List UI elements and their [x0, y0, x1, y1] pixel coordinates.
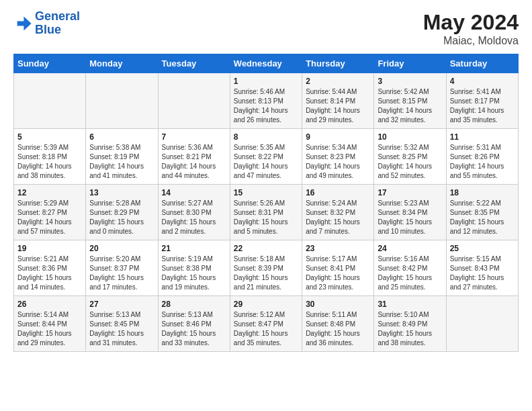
day-number: 4 [450, 77, 515, 86]
calendar-cell [446, 296, 518, 352]
cell-content: Sunrise: 5:32 AM Sunset: 8:25 PM Dayligh… [378, 143, 442, 181]
cell-content: Sunrise: 5:16 AM Sunset: 8:42 PM Dayligh… [378, 255, 442, 292]
header-tuesday: Tuesday [158, 54, 230, 73]
day-number: 24 [378, 244, 442, 253]
calendar-header: SundayMondayTuesdayWednesdayThursdayFrid… [14, 54, 519, 73]
day-number: 13 [89, 188, 154, 197]
calendar-cell: 28Sunrise: 5:13 AM Sunset: 8:46 PM Dayli… [158, 296, 230, 352]
calendar-cell: 14Sunrise: 5:27 AM Sunset: 8:30 PM Dayli… [158, 185, 230, 240]
day-number: 31 [378, 300, 442, 309]
calendar-cell: 27Sunrise: 5:13 AM Sunset: 8:45 PM Dayli… [86, 296, 158, 352]
logo-icon [13, 14, 32, 33]
cell-content: Sunrise: 5:24 AM Sunset: 8:32 PM Dayligh… [306, 199, 370, 236]
calendar-cell: 16Sunrise: 5:24 AM Sunset: 8:32 PM Dayli… [302, 185, 374, 240]
calendar-cell: 13Sunrise: 5:28 AM Sunset: 8:29 PM Dayli… [86, 185, 158, 240]
calendar-cell: 5Sunrise: 5:39 AM Sunset: 8:18 PM Daylig… [14, 129, 86, 185]
day-number: 21 [162, 244, 226, 253]
cell-content: Sunrise: 5:22 AM Sunset: 8:35 PM Dayligh… [450, 199, 515, 236]
header-friday: Friday [374, 54, 446, 73]
week-row-0: 1Sunrise: 5:46 AM Sunset: 8:13 PM Daylig… [14, 73, 519, 129]
calendar-body: 1Sunrise: 5:46 AM Sunset: 8:13 PM Daylig… [14, 73, 519, 352]
calendar-cell: 17Sunrise: 5:23 AM Sunset: 8:34 PM Dayli… [374, 185, 446, 240]
calendar-cell: 11Sunrise: 5:31 AM Sunset: 8:26 PM Dayli… [446, 129, 518, 185]
calendar-cell: 6Sunrise: 5:38 AM Sunset: 8:19 PM Daylig… [86, 129, 158, 185]
calendar-cell: 29Sunrise: 5:12 AM Sunset: 8:47 PM Dayli… [230, 296, 302, 352]
day-number: 18 [450, 188, 515, 197]
cell-content: Sunrise: 5:31 AM Sunset: 8:26 PM Dayligh… [450, 143, 515, 181]
cell-content: Sunrise: 5:18 AM Sunset: 8:39 PM Dayligh… [234, 255, 298, 292]
day-number: 25 [450, 244, 515, 253]
day-number: 9 [306, 132, 370, 142]
calendar-table: SundayMondayTuesdayWednesdayThursdayFrid… [13, 54, 519, 352]
header-thursday: Thursday [302, 54, 374, 73]
cell-content: Sunrise: 5:35 AM Sunset: 8:22 PM Dayligh… [234, 143, 298, 181]
calendar-cell: 10Sunrise: 5:32 AM Sunset: 8:25 PM Dayli… [374, 129, 446, 185]
day-number: 5 [17, 132, 82, 142]
cell-content: Sunrise: 5:14 AM Sunset: 8:44 PM Dayligh… [17, 310, 82, 348]
cell-content: Sunrise: 5:13 AM Sunset: 8:46 PM Dayligh… [162, 310, 226, 348]
header-monday: Monday [86, 54, 158, 73]
main-title: May 2024 [423, 10, 519, 35]
cell-content: Sunrise: 5:36 AM Sunset: 8:21 PM Dayligh… [162, 143, 226, 181]
calendar-cell: 15Sunrise: 5:26 AM Sunset: 8:31 PM Dayli… [230, 185, 302, 240]
cell-content: Sunrise: 5:27 AM Sunset: 8:30 PM Dayligh… [162, 199, 226, 236]
header-sunday: Sunday [14, 54, 86, 73]
calendar-cell: 23Sunrise: 5:17 AM Sunset: 8:41 PM Dayli… [302, 240, 374, 296]
cell-content: Sunrise: 5:46 AM Sunset: 8:13 PM Dayligh… [234, 87, 298, 125]
day-number: 20 [89, 244, 154, 253]
day-number: 10 [378, 132, 442, 142]
cell-content: Sunrise: 5:12 AM Sunset: 8:47 PM Dayligh… [234, 310, 298, 348]
week-row-3: 19Sunrise: 5:21 AM Sunset: 8:36 PM Dayli… [14, 240, 519, 296]
page: General Blue May 2024 Maiac, Moldova Sun… [0, 0, 532, 411]
header: General Blue May 2024 Maiac, Moldova [13, 10, 519, 47]
cell-content: Sunrise: 5:23 AM Sunset: 8:34 PM Dayligh… [378, 199, 442, 236]
day-number: 23 [306, 244, 370, 253]
logo-line2: Blue [35, 24, 80, 37]
cell-content: Sunrise: 5:13 AM Sunset: 8:45 PM Dayligh… [89, 310, 154, 348]
calendar-cell: 30Sunrise: 5:11 AM Sunset: 8:48 PM Dayli… [302, 296, 374, 352]
calendar-cell: 1Sunrise: 5:46 AM Sunset: 8:13 PM Daylig… [230, 73, 302, 129]
cell-content: Sunrise: 5:15 AM Sunset: 8:43 PM Dayligh… [450, 255, 515, 292]
day-number: 26 [17, 300, 82, 309]
week-row-1: 5Sunrise: 5:39 AM Sunset: 8:18 PM Daylig… [14, 129, 519, 185]
day-number: 7 [162, 132, 226, 142]
cell-content: Sunrise: 5:20 AM Sunset: 8:37 PM Dayligh… [89, 255, 154, 292]
header-row: SundayMondayTuesdayWednesdayThursdayFrid… [14, 54, 519, 73]
day-number: 12 [17, 188, 82, 197]
logo-line1: General [35, 10, 80, 24]
day-number: 28 [162, 300, 226, 309]
day-number: 15 [234, 188, 298, 197]
calendar-cell: 26Sunrise: 5:14 AM Sunset: 8:44 PM Dayli… [14, 296, 86, 352]
calendar-cell: 25Sunrise: 5:15 AM Sunset: 8:43 PM Dayli… [446, 240, 518, 296]
cell-content: Sunrise: 5:26 AM Sunset: 8:31 PM Dayligh… [234, 199, 298, 236]
calendar-cell: 2Sunrise: 5:44 AM Sunset: 8:14 PM Daylig… [302, 73, 374, 129]
calendar-cell: 7Sunrise: 5:36 AM Sunset: 8:21 PM Daylig… [158, 129, 230, 185]
title-block: May 2024 Maiac, Moldova [423, 10, 519, 47]
calendar-cell: 3Sunrise: 5:42 AM Sunset: 8:15 PM Daylig… [374, 73, 446, 129]
calendar-cell: 31Sunrise: 5:10 AM Sunset: 8:49 PM Dayli… [374, 296, 446, 352]
svg-marker-0 [17, 16, 32, 30]
day-number: 27 [89, 300, 154, 309]
cell-content: Sunrise: 5:11 AM Sunset: 8:48 PM Dayligh… [306, 310, 370, 348]
day-number: 29 [234, 300, 298, 309]
calendar-cell: 9Sunrise: 5:34 AM Sunset: 8:23 PM Daylig… [302, 129, 374, 185]
calendar-cell: 12Sunrise: 5:29 AM Sunset: 8:27 PM Dayli… [14, 185, 86, 240]
sub-title: Maiac, Moldova [423, 35, 519, 47]
calendar-cell: 20Sunrise: 5:20 AM Sunset: 8:37 PM Dayli… [86, 240, 158, 296]
week-row-2: 12Sunrise: 5:29 AM Sunset: 8:27 PM Dayli… [14, 185, 519, 240]
cell-content: Sunrise: 5:10 AM Sunset: 8:49 PM Dayligh… [378, 310, 442, 348]
cell-content: Sunrise: 5:19 AM Sunset: 8:38 PM Dayligh… [162, 255, 226, 292]
logo-text: General Blue [35, 10, 80, 37]
calendar-cell: 18Sunrise: 5:22 AM Sunset: 8:35 PM Dayli… [446, 185, 518, 240]
calendar-cell: 22Sunrise: 5:18 AM Sunset: 8:39 PM Dayli… [230, 240, 302, 296]
day-number: 19 [17, 244, 82, 253]
calendar-cell: 8Sunrise: 5:35 AM Sunset: 8:22 PM Daylig… [230, 129, 302, 185]
calendar-cell [14, 73, 86, 129]
day-number: 17 [378, 188, 442, 197]
calendar-cell: 4Sunrise: 5:41 AM Sunset: 8:17 PM Daylig… [446, 73, 518, 129]
day-number: 3 [378, 77, 442, 86]
logo: General Blue [13, 10, 80, 37]
day-number: 30 [306, 300, 370, 309]
cell-content: Sunrise: 5:17 AM Sunset: 8:41 PM Dayligh… [306, 255, 370, 292]
cell-content: Sunrise: 5:29 AM Sunset: 8:27 PM Dayligh… [17, 199, 82, 236]
